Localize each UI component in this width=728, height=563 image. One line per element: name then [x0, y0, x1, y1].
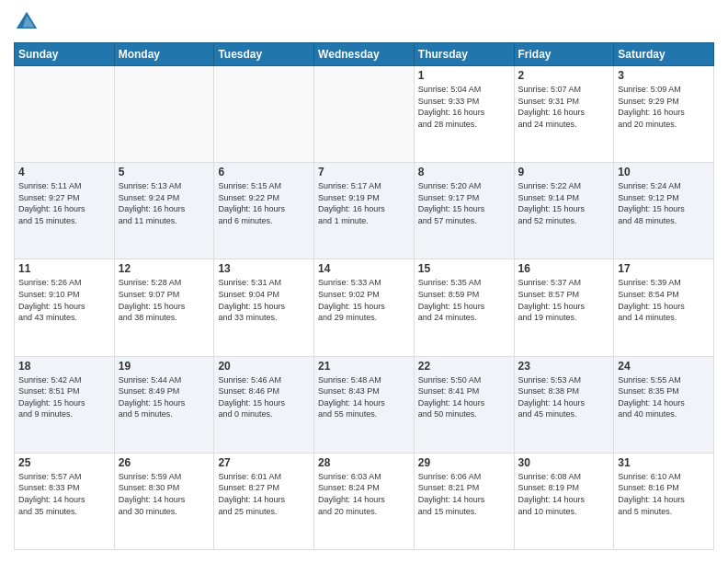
calendar-day-cell: 6Sunrise: 5:15 AM Sunset: 9:22 PM Daylig…: [214, 163, 314, 259]
calendar-day-cell: 11Sunrise: 5:26 AM Sunset: 9:10 PM Dayli…: [15, 259, 115, 356]
day-info: Sunrise: 5:42 AM Sunset: 8:51 PM Dayligh…: [18, 374, 110, 420]
day-number: 5: [119, 166, 210, 178]
day-info: Sunrise: 5:11 AM Sunset: 9:27 PM Dayligh…: [18, 180, 110, 226]
page: SundayMondayTuesdayWednesdayThursdayFrid…: [0, 0, 728, 563]
day-info: Sunrise: 5:35 AM Sunset: 8:59 PM Dayligh…: [418, 277, 510, 323]
calendar-day-cell: 13Sunrise: 5:31 AM Sunset: 9:04 PM Dayli…: [214, 259, 314, 356]
calendar-day-cell: 12Sunrise: 5:28 AM Sunset: 9:07 PM Dayli…: [114, 259, 214, 356]
calendar-day-cell: 25Sunrise: 5:57 AM Sunset: 8:33 PM Dayli…: [15, 453, 115, 549]
logo-icon: [14, 9, 40, 35]
calendar-header-cell: Wednesday: [314, 43, 415, 66]
logo: [14, 9, 43, 35]
calendar-day-cell: 30Sunrise: 6:08 AM Sunset: 8:19 PM Dayli…: [514, 453, 614, 549]
calendar-day-cell: [15, 66, 115, 163]
calendar-week-row: 1Sunrise: 5:04 AM Sunset: 9:33 PM Daylig…: [15, 66, 714, 163]
day-number: 8: [418, 166, 510, 178]
day-number: 17: [618, 262, 710, 275]
calendar-day-cell: 4Sunrise: 5:11 AM Sunset: 9:27 PM Daylig…: [15, 163, 115, 259]
day-info: Sunrise: 5:22 AM Sunset: 9:14 PM Dayligh…: [518, 180, 610, 226]
calendar-header-cell: Monday: [114, 43, 214, 66]
day-info: Sunrise: 5:26 AM Sunset: 9:10 PM Dayligh…: [18, 277, 110, 323]
day-info: Sunrise: 5:04 AM Sunset: 9:33 PM Dayligh…: [418, 84, 510, 130]
day-number: 24: [618, 360, 710, 373]
header: [14, 9, 714, 35]
day-info: Sunrise: 5:37 AM Sunset: 8:57 PM Dayligh…: [518, 277, 610, 323]
day-number: 9: [518, 166, 610, 178]
calendar-day-cell: 26Sunrise: 5:59 AM Sunset: 8:30 PM Dayli…: [114, 453, 214, 549]
calendar-day-cell: 2Sunrise: 5:07 AM Sunset: 9:31 PM Daylig…: [514, 66, 614, 163]
calendar-day-cell: [214, 66, 314, 163]
calendar-table: SundayMondayTuesdayWednesdayThursdayFrid…: [14, 42, 714, 550]
calendar-day-cell: 15Sunrise: 5:35 AM Sunset: 8:59 PM Dayli…: [414, 259, 514, 356]
calendar-day-cell: 18Sunrise: 5:42 AM Sunset: 8:51 PM Dayli…: [15, 356, 115, 453]
calendar-header-cell: Saturday: [614, 43, 714, 66]
calendar-day-cell: 16Sunrise: 5:37 AM Sunset: 8:57 PM Dayli…: [514, 259, 614, 356]
calendar-day-cell: 29Sunrise: 6:06 AM Sunset: 8:21 PM Dayli…: [414, 453, 514, 549]
day-number: 30: [518, 456, 610, 469]
calendar-day-cell: [314, 66, 415, 163]
calendar-day-cell: 1Sunrise: 5:04 AM Sunset: 9:33 PM Daylig…: [414, 66, 514, 163]
day-info: Sunrise: 5:59 AM Sunset: 8:30 PM Dayligh…: [119, 471, 210, 517]
calendar-week-row: 25Sunrise: 5:57 AM Sunset: 8:33 PM Dayli…: [15, 453, 714, 549]
calendar-day-cell: 3Sunrise: 5:09 AM Sunset: 9:29 PM Daylig…: [614, 66, 714, 163]
calendar-day-cell: 10Sunrise: 5:24 AM Sunset: 9:12 PM Dayli…: [614, 163, 714, 259]
calendar-day-cell: 28Sunrise: 6:03 AM Sunset: 8:24 PM Dayli…: [314, 453, 415, 549]
calendar-day-cell: 7Sunrise: 5:17 AM Sunset: 9:19 PM Daylig…: [314, 163, 415, 259]
day-number: 19: [119, 360, 210, 373]
day-number: 27: [218, 456, 310, 469]
day-number: 29: [418, 456, 510, 469]
day-info: Sunrise: 5:17 AM Sunset: 9:19 PM Dayligh…: [318, 180, 410, 226]
day-number: 4: [18, 166, 110, 178]
day-info: Sunrise: 5:50 AM Sunset: 8:41 PM Dayligh…: [418, 374, 510, 420]
calendar-header-cell: Friday: [514, 43, 614, 66]
day-number: 11: [18, 262, 110, 275]
day-number: 25: [18, 456, 110, 469]
calendar-day-cell: 9Sunrise: 5:22 AM Sunset: 9:14 PM Daylig…: [514, 163, 614, 259]
day-info: Sunrise: 5:15 AM Sunset: 9:22 PM Dayligh…: [218, 180, 310, 226]
calendar-day-cell: 14Sunrise: 5:33 AM Sunset: 9:02 PM Dayli…: [314, 259, 415, 356]
day-number: 3: [618, 69, 710, 82]
calendar-week-row: 18Sunrise: 5:42 AM Sunset: 8:51 PM Dayli…: [15, 356, 714, 453]
day-number: 28: [318, 456, 410, 469]
calendar-header-cell: Sunday: [15, 43, 115, 66]
day-info: Sunrise: 6:08 AM Sunset: 8:19 PM Dayligh…: [518, 471, 610, 517]
day-number: 1: [418, 69, 510, 82]
calendar-day-cell: 17Sunrise: 5:39 AM Sunset: 8:54 PM Dayli…: [614, 259, 714, 356]
day-info: Sunrise: 5:53 AM Sunset: 8:38 PM Dayligh…: [518, 374, 610, 420]
day-info: Sunrise: 5:48 AM Sunset: 8:43 PM Dayligh…: [318, 374, 410, 420]
calendar-day-cell: 31Sunrise: 6:10 AM Sunset: 8:16 PM Dayli…: [614, 453, 714, 549]
calendar-day-cell: 27Sunrise: 6:01 AM Sunset: 8:27 PM Dayli…: [214, 453, 314, 549]
day-number: 31: [618, 456, 710, 469]
day-number: 21: [318, 360, 410, 373]
calendar-week-row: 11Sunrise: 5:26 AM Sunset: 9:10 PM Dayli…: [15, 259, 714, 356]
day-number: 23: [518, 360, 610, 373]
day-info: Sunrise: 5:33 AM Sunset: 9:02 PM Dayligh…: [318, 277, 410, 323]
day-info: Sunrise: 5:07 AM Sunset: 9:31 PM Dayligh…: [518, 84, 610, 130]
calendar-day-cell: 24Sunrise: 5:55 AM Sunset: 8:35 PM Dayli…: [614, 356, 714, 453]
day-info: Sunrise: 5:39 AM Sunset: 8:54 PM Dayligh…: [618, 277, 710, 323]
day-number: 6: [218, 166, 310, 178]
day-info: Sunrise: 6:03 AM Sunset: 8:24 PM Dayligh…: [318, 471, 410, 517]
day-number: 14: [318, 262, 410, 275]
day-info: Sunrise: 5:28 AM Sunset: 9:07 PM Dayligh…: [119, 277, 210, 323]
calendar-day-cell: [114, 66, 214, 163]
day-number: 12: [119, 262, 210, 275]
calendar-day-cell: 19Sunrise: 5:44 AM Sunset: 8:49 PM Dayli…: [114, 356, 214, 453]
day-number: 10: [618, 166, 710, 178]
day-info: Sunrise: 5:46 AM Sunset: 8:46 PM Dayligh…: [218, 374, 310, 420]
calendar-week-row: 4Sunrise: 5:11 AM Sunset: 9:27 PM Daylig…: [15, 163, 714, 259]
calendar-day-cell: 23Sunrise: 5:53 AM Sunset: 8:38 PM Dayli…: [514, 356, 614, 453]
day-number: 16: [518, 262, 610, 275]
day-number: 13: [218, 262, 310, 275]
calendar-day-cell: 20Sunrise: 5:46 AM Sunset: 8:46 PM Dayli…: [214, 356, 314, 453]
day-number: 7: [318, 166, 410, 178]
day-number: 2: [518, 69, 610, 82]
day-number: 20: [218, 360, 310, 373]
day-info: Sunrise: 6:10 AM Sunset: 8:16 PM Dayligh…: [618, 471, 710, 517]
calendar-body: 1Sunrise: 5:04 AM Sunset: 9:33 PM Daylig…: [15, 66, 714, 550]
day-info: Sunrise: 5:44 AM Sunset: 8:49 PM Dayligh…: [119, 374, 210, 420]
day-info: Sunrise: 6:06 AM Sunset: 8:21 PM Dayligh…: [418, 471, 510, 517]
day-info: Sunrise: 5:09 AM Sunset: 9:29 PM Dayligh…: [618, 84, 710, 130]
calendar-day-cell: 8Sunrise: 5:20 AM Sunset: 9:17 PM Daylig…: [414, 163, 514, 259]
calendar-day-cell: 5Sunrise: 5:13 AM Sunset: 9:24 PM Daylig…: [114, 163, 214, 259]
